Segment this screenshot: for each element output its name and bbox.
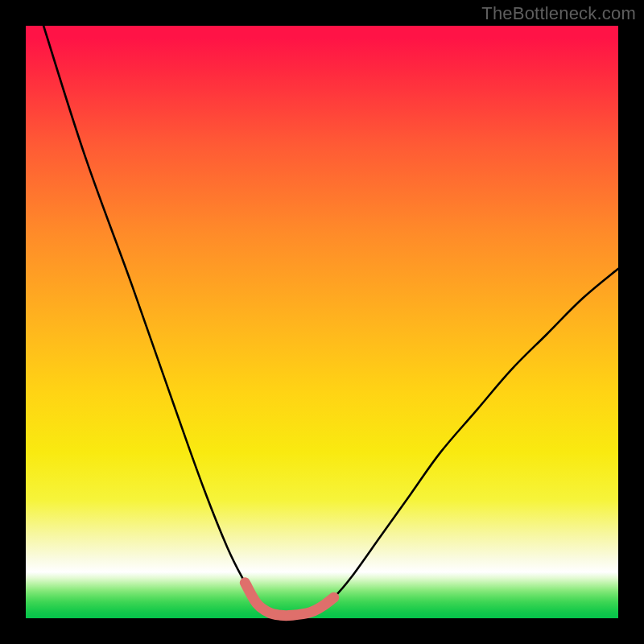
plot-area [26, 26, 618, 618]
bottleneck-curve-main [43, 26, 618, 616]
watermark-text: TheBottleneck.com [481, 3, 636, 24]
curve-layer [26, 26, 618, 618]
bottleneck-curve-highlight [245, 583, 333, 616]
chart-container: TheBottleneck.com [0, 0, 644, 644]
